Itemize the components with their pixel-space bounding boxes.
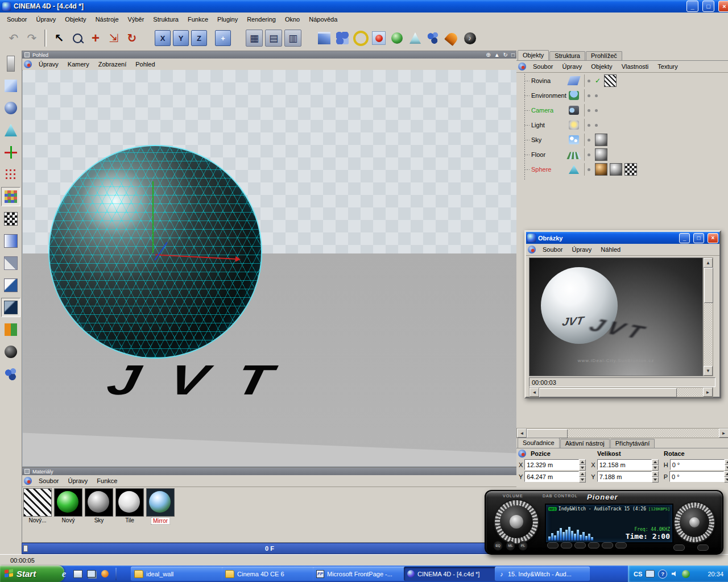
visibility-dot[interactable] xyxy=(588,124,590,127)
scroll-thumb[interactable] xyxy=(704,268,713,303)
internet-explorer-icon[interactable]: e xyxy=(59,569,69,579)
visibility-dot[interactable] xyxy=(588,139,590,142)
palette-tool-14[interactable] xyxy=(1,342,20,361)
rot-h-input[interactable] xyxy=(670,459,725,470)
visibility-dot[interactable] xyxy=(595,109,598,112)
menu-soubor[interactable]: Soubor xyxy=(2,15,31,24)
scroll-thumb[interactable] xyxy=(539,388,677,397)
axis-y-gizmo[interactable] xyxy=(152,181,154,253)
object-name[interactable]: Sky xyxy=(531,136,569,143)
menu-nastroje[interactable]: Nástroje xyxy=(91,15,123,24)
plane-object-icon[interactable] xyxy=(567,76,580,85)
light-object-icon[interactable] xyxy=(569,120,579,130)
spinner[interactable] xyxy=(652,459,659,471)
tab-objekty[interactable]: Objekty xyxy=(518,50,549,60)
images-menu-soubor[interactable]: Soubor xyxy=(538,245,567,254)
material-tag-icon[interactable] xyxy=(595,163,607,176)
add-spline-button[interactable] xyxy=(351,29,370,47)
player-button[interactable] xyxy=(574,542,586,548)
objects-menu-soubor[interactable]: Soubor xyxy=(528,62,557,71)
player-button[interactable] xyxy=(602,542,613,548)
taskbar-item-cinema4d[interactable]: CINEMA 4D - [4.c4d *] xyxy=(404,567,499,581)
player-button[interactable] xyxy=(547,542,559,548)
object-name[interactable]: Sphere xyxy=(531,166,569,173)
tray-app-icon[interactable] xyxy=(682,570,690,578)
player-button[interactable] xyxy=(561,542,572,548)
audio-player-skin[interactable]: VOLUME DAB CONTROL Pioneer MP3 Indy&Witc… xyxy=(485,490,723,555)
viewport-menu-kamery[interactable]: Kamery xyxy=(63,60,94,69)
object-name[interactable]: Rovina xyxy=(531,77,569,84)
size-x-input[interactable] xyxy=(597,459,652,470)
eq-button[interactable]: EQ xyxy=(494,541,502,550)
scroll-left-icon[interactable]: ◄ xyxy=(530,388,539,397)
visibility-dot[interactable] xyxy=(588,80,590,82)
material-item[interactable]: Nový xyxy=(54,488,82,525)
visibility-dot[interactable] xyxy=(588,168,590,171)
scroll-left-icon[interactable]: ◄ xyxy=(517,429,527,438)
palette-tool-7[interactable] xyxy=(1,187,20,206)
scroll-right-icon[interactable]: ► xyxy=(703,388,713,397)
visibility-dot[interactable] xyxy=(595,94,598,97)
material-thumbnail-hatch[interactable] xyxy=(23,488,52,517)
material-thumbnail-tile-sphere[interactable] xyxy=(115,488,144,517)
material-tag-icon[interactable] xyxy=(595,134,607,146)
view-rotate-icon[interactable]: ↻ xyxy=(503,52,508,58)
spinner[interactable] xyxy=(579,459,586,471)
menu-objekty[interactable]: Objekty xyxy=(60,15,90,24)
taskbar-item-frontpage[interactable]: FP Microsoft FrontPage -... xyxy=(313,567,408,581)
object-row-floor[interactable]: Floor xyxy=(524,148,610,161)
redo-button[interactable]: ↷ xyxy=(23,29,41,47)
start-button[interactable]: Start xyxy=(0,566,64,582)
object-name[interactable]: Camera xyxy=(531,107,569,114)
palette-tool-5[interactable] xyxy=(1,143,20,162)
material-thumbnail-mirror-sphere[interactable] xyxy=(146,488,175,517)
material-item[interactable]: Sky xyxy=(85,488,113,525)
menu-funkce[interactable]: Funkce xyxy=(183,15,213,24)
render-picture-viewer-button[interactable]: ▤ xyxy=(265,30,282,47)
object-name[interactable]: Environment xyxy=(531,92,569,99)
tab-struktura[interactable]: Struktura xyxy=(549,51,585,60)
mail-icon[interactable] xyxy=(73,569,82,579)
add-deformer-button[interactable] xyxy=(442,29,461,47)
taskbar-item-ideal-wall[interactable]: ideal_wall xyxy=(131,567,226,581)
tab-souradnice[interactable]: Souřadnice xyxy=(518,438,560,448)
eject-button[interactable] xyxy=(673,544,685,551)
objects-menu-upravy[interactable]: Úpravy xyxy=(557,62,586,71)
images-menu-nahled[interactable]: Náhled xyxy=(596,245,625,254)
close-button[interactable]: × xyxy=(718,1,728,12)
viewport-menu-zobrazeni[interactable]: Zobrazení xyxy=(94,60,131,69)
images-vscrollbar[interactable]: ▲ ▼ xyxy=(703,257,713,376)
minimize-button[interactable]: _ xyxy=(686,1,698,12)
help-icon[interactable]: ? xyxy=(658,569,667,579)
visibility-dot[interactable] xyxy=(588,153,590,156)
palette-tool-4[interactable] xyxy=(1,120,20,140)
add-metaball-button[interactable] xyxy=(388,29,406,47)
tab-prichytavani[interactable]: Přichytávání xyxy=(610,439,655,448)
menu-okno[interactable]: Okno xyxy=(280,15,304,24)
player-button[interactable] xyxy=(588,542,599,548)
scroll-thumb[interactable] xyxy=(527,429,568,438)
materials-menu-funkce[interactable]: Funkce xyxy=(92,476,122,485)
images-menu-upravy[interactable]: Úpravy xyxy=(567,245,596,254)
palette-tool-6[interactable] xyxy=(1,165,20,184)
menu-upravy[interactable]: Úpravy xyxy=(31,15,60,24)
taskbar-item-audio-track[interactable]: ♪ 15. Indy&Witch - Aud... xyxy=(495,567,590,581)
materials-menu-upravy[interactable]: Úpravy xyxy=(63,476,92,485)
sky-object-icon[interactable] xyxy=(569,135,579,144)
size-y-input[interactable] xyxy=(597,471,652,482)
material-item[interactable]: Tile xyxy=(115,488,144,525)
pos-x-input[interactable] xyxy=(524,459,579,470)
images-hscrollbar[interactable]: ◄ ► xyxy=(529,387,713,397)
images-window-titlebar[interactable]: Obrázky _ □ × xyxy=(526,232,719,244)
texture-tag-icon[interactable] xyxy=(604,74,617,87)
object-row-sky[interactable]: Sky xyxy=(524,133,610,147)
media-player-icon[interactable] xyxy=(100,569,110,579)
scroll-right-icon[interactable]: ► xyxy=(719,429,728,438)
palette-tool-2[interactable] xyxy=(1,76,20,95)
window-titlebar[interactable]: CINEMA 4D - [4.c4d *] _ □ × xyxy=(0,0,728,13)
objects-menu-textury[interactable]: Textury xyxy=(653,62,682,71)
visibility-dot[interactable] xyxy=(588,94,590,97)
view-dolly-icon[interactable]: ▲ xyxy=(494,52,500,58)
menu-napoveda[interactable]: Nápověda xyxy=(304,15,342,24)
materials-menu-soubor[interactable]: Soubor xyxy=(34,476,63,485)
